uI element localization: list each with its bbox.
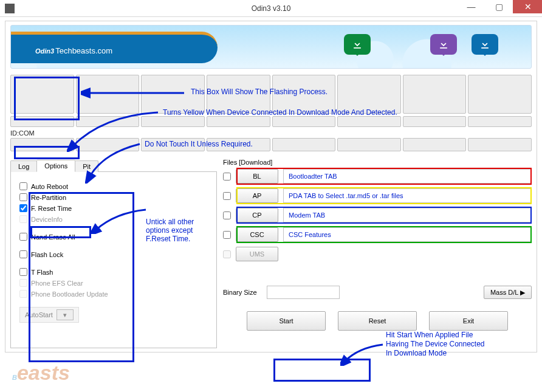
idcom-label: ID:COM — [10, 129, 532, 137]
idcom-cell[interactable] — [468, 138, 532, 151]
progress-cell — [76, 75, 140, 114]
file-row-cp: CP Modem TAB — [223, 208, 532, 222]
progress-cell — [403, 75, 467, 114]
progress-cell — [10, 116, 74, 127]
bottom-row: Binary Size Mass D/L ▶ — [223, 286, 532, 299]
progress-row — [10, 75, 532, 114]
start-button[interactable]: Start — [247, 311, 326, 331]
minimize-button[interactable]: — — [457, 0, 485, 13]
field-ums — [283, 247, 532, 261]
idcom-cell[interactable] — [403, 138, 467, 151]
chk-re-partition[interactable]: Re-Partition — [19, 193, 208, 201]
titlebar: Odin3 v3.10 — ▢ ✕ — [0, 0, 542, 17]
idcom-cell[interactable] — [272, 138, 336, 151]
files-label: Files [Download] — [223, 159, 532, 166]
chk-f-reset-time[interactable]: F. Reset Time — [19, 204, 208, 212]
field-csc[interactable]: CSC Features — [283, 227, 532, 242]
idcom-cell[interactable] — [76, 138, 140, 151]
idcom-cell[interactable] — [207, 138, 270, 151]
file-row-bl: BL Bootloadter TAB — [223, 169, 532, 184]
progress-cell — [468, 75, 532, 114]
btn-bl[interactable]: BL — [236, 169, 278, 184]
chk-cp[interactable] — [223, 211, 231, 219]
btn-ums: UMS — [236, 247, 278, 261]
progress-cell — [76, 116, 140, 127]
options-panel: Auto Reboot Re-Partition F. Reset Time D… — [10, 172, 217, 348]
autostart-dropdown[interactable]: AutoStart▾ — [19, 307, 79, 323]
tab-pit[interactable]: Pit — [75, 160, 98, 172]
left-column: Log Options Pit Auto Reboot Re-Partition… — [10, 159, 217, 348]
mass-dl-button[interactable]: Mass D/L ▶ — [484, 286, 532, 299]
download-icon — [472, 34, 498, 55]
progress-cell — [141, 116, 205, 127]
binary-size-label: Binary Size — [223, 289, 257, 296]
download-icon — [430, 34, 457, 55]
progress-cell — [207, 116, 270, 127]
file-row-ap: AP PDA TAB to Select .tar.md5 or .tar fi… — [223, 188, 532, 203]
close-button[interactable]: ✕ — [513, 0, 542, 13]
progress-cell — [207, 75, 270, 114]
file-row-csc: CSC CSC Features — [223, 227, 532, 242]
content-frame: Odin3Techbeasts.com ID:COM — [5, 21, 537, 352]
annotation-box — [273, 359, 371, 382]
file-row-ums: UMS — [223, 247, 532, 261]
app-icon — [5, 4, 15, 13]
chk-csc[interactable] — [223, 231, 231, 239]
window-controls: — ▢ ✕ — [457, 0, 542, 13]
btn-ap[interactable]: AP — [236, 188, 278, 203]
chk-flash-lock[interactable]: Flash Lock — [19, 250, 208, 258]
progress-cell — [403, 116, 467, 127]
tab-options[interactable]: Options — [36, 160, 75, 172]
btn-cp[interactable]: CP — [236, 208, 278, 222]
chk-phone-bootloader-update: Phone Bootloader Update — [19, 290, 208, 298]
chk-device-info: DeviceInfo — [19, 215, 208, 223]
progress-cell — [337, 75, 401, 114]
idcom-cell[interactable] — [337, 138, 401, 151]
chk-ums — [223, 250, 231, 258]
field-cp[interactable]: Modem TAB — [283, 208, 532, 222]
binary-size-field[interactable] — [267, 286, 340, 299]
progress-cell — [468, 116, 532, 127]
tab-log[interactable]: Log — [10, 160, 37, 172]
progress-cell — [337, 116, 401, 127]
chk-bl[interactable] — [223, 173, 231, 181]
progress-row-2 — [10, 116, 532, 127]
progress-cell — [10, 75, 74, 114]
field-bl[interactable]: Bootloadter TAB — [283, 169, 532, 184]
btn-csc[interactable]: CSC — [236, 227, 278, 242]
watermark: BBeastseasts — [12, 361, 70, 385]
idcom-row — [10, 138, 532, 151]
tabstrip: Log Options Pit — [10, 159, 217, 172]
chk-ap[interactable] — [223, 192, 231, 200]
right-column: Files [Download] BL Bootloadter TAB AP P… — [223, 159, 532, 348]
reset-button[interactable]: Reset — [338, 311, 417, 331]
field-ap[interactable]: PDA TAB to Select .tar.md5 or .tar files — [283, 188, 532, 203]
chk-phone-efs-clear: Phone EFS Clear — [19, 279, 208, 287]
progress-cell — [272, 116, 336, 127]
idcom-cell[interactable] — [141, 138, 205, 151]
progress-cell — [272, 75, 336, 114]
window-title: Odin3 v3.10 — [252, 4, 291, 13]
download-icon — [344, 34, 371, 55]
maximize-button[interactable]: ▢ — [485, 0, 513, 13]
brand-logo: Odin3Techbeasts.com — [35, 39, 112, 58]
progress-cell — [141, 75, 205, 114]
idcom-cell[interactable] — [10, 138, 74, 151]
exit-button[interactable]: Exit — [429, 311, 508, 331]
chevron-down-icon: ▾ — [57, 309, 74, 320]
chk-auto-reboot[interactable]: Auto Reboot — [19, 182, 208, 190]
chk-nand-erase-all[interactable]: Nand Erase All — [19, 233, 208, 241]
chk-t-flash[interactable]: T Flash — [19, 268, 208, 276]
banner: Odin3Techbeasts.com — [10, 25, 532, 69]
